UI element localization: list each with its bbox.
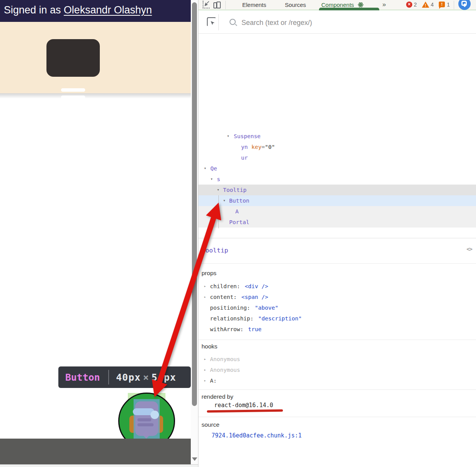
hook-row: ▸ Anonymous <box>198 365 476 375</box>
screenshot-root: Signed in as Oleksandr Olashyn Button 40… <box>0 0 476 467</box>
section-divider <box>198 263 476 264</box>
browser-page: Signed in as Oleksandr Olashyn Button 40… <box>0 0 191 467</box>
tree-row-yn[interactable]: yn key="0" <box>198 142 476 152</box>
hamburger-bar-icon <box>61 103 85 106</box>
tree-row-button-hovered[interactable]: ▾ Button <box>198 195 476 206</box>
section-divider <box>198 389 476 390</box>
components-search-row <box>198 10 476 34</box>
more-tabs-chevron-icon[interactable]: » <box>382 0 385 10</box>
component-name: s <box>217 174 220 185</box>
prop-name: content:<span /> <box>210 292 268 302</box>
toolbar-divider <box>454 1 454 9</box>
tab-elements[interactable]: Elements <box>242 0 266 10</box>
prop-row: ▸ children:<div /> <box>198 281 476 292</box>
tree-row-a[interactable]: A <box>198 206 476 217</box>
toolbar-divider <box>225 1 226 9</box>
component-name: Tooltip <box>223 185 246 195</box>
caret-right-icon[interactable]: ▸ <box>204 375 206 386</box>
component-name: Button <box>229 195 249 206</box>
equals-sign: = <box>261 144 265 150</box>
caret-down-icon[interactable]: ▾ <box>217 185 220 195</box>
prop-value: true <box>248 326 261 332</box>
inspect-size-tooltip: Button 40px×54px <box>58 366 191 388</box>
hook-row: ▸ A: <box>198 375 476 386</box>
tree-row-portal[interactable]: Portal <box>198 217 476 228</box>
error-count[interactable]: 2 <box>414 0 417 10</box>
issues-count[interactable]: 1 <box>447 0 450 10</box>
active-tab-underline <box>319 8 379 10</box>
user-name-link[interactable]: Oleksandr Olashyn <box>64 4 152 16</box>
tree-row-suspense[interactable]: ▾ Suspense <box>198 131 476 142</box>
warning-count[interactable]: 4 <box>431 0 434 10</box>
caret-down-icon[interactable]: ▾ <box>227 131 230 142</box>
tree-indent-guide <box>218 195 219 228</box>
caret-right-icon[interactable]: ▸ <box>204 292 206 302</box>
page-bottom-strip <box>0 464 198 467</box>
tooltip-dimensions: 40px×54px <box>116 372 176 383</box>
tree-row-tooltip-selected[interactable]: ▾ Tooltip <box>198 185 476 195</box>
hook-name: A: <box>210 375 217 386</box>
rendered-by-label: rendered by <box>202 393 233 400</box>
component-name: Qe <box>210 163 217 174</box>
prop-value: "description" <box>258 315 302 322</box>
source-file-link[interactable]: 7924.16ed0acfee.chunk.js:1 <box>212 432 302 439</box>
component-name: ur <box>241 152 248 163</box>
page-vertical-scrollbar[interactable] <box>191 0 198 467</box>
component-name: yn <box>241 142 248 152</box>
chat-pencil-dot <box>150 411 159 419</box>
search-input[interactable] <box>241 16 457 30</box>
tab-sources[interactable]: Sources <box>285 0 306 10</box>
tree-row-qe[interactable]: ▾ Qe <box>198 163 476 174</box>
component-name: Portal <box>229 217 249 228</box>
prop-row: ▸ content:<span /> <box>198 292 476 302</box>
prop-name: relationship:"description" <box>210 313 302 324</box>
issues-badge-icon[interactable]: ! <box>439 2 445 7</box>
caret-down-icon[interactable]: ▾ <box>204 163 207 174</box>
prop-row: relationship:"description" <box>198 313 476 324</box>
scrollbar-down-arrow-icon[interactable] <box>192 457 197 461</box>
caret-right-icon[interactable]: ▸ <box>204 281 206 292</box>
hamburger-menu-button[interactable] <box>46 39 100 77</box>
tooltip-width: 40px <box>116 372 140 383</box>
tooltip-component-name: Button <box>65 372 100 383</box>
caret-down-icon[interactable]: ▾ <box>210 174 213 185</box>
caret-right-icon[interactable]: ▸ <box>204 365 206 375</box>
hook-row: ▸ Anonymous <box>198 354 476 365</box>
hook-name: Anonymous <box>210 354 240 365</box>
scrollbar-thumb[interactable] <box>192 2 197 406</box>
device-toolbar-icon[interactable] <box>213 1 221 9</box>
error-badge-icon[interactable]: × <box>406 2 412 8</box>
key-attr: key <box>251 144 261 150</box>
prop-value: <div /> <box>245 283 268 289</box>
tree-row-ur[interactable]: ur <box>198 152 476 163</box>
search-icon <box>230 19 236 25</box>
select-component-icon[interactable] <box>207 17 216 26</box>
warning-badge-icon[interactable]: ! <box>422 2 429 8</box>
component-tree: ▾ Suspense yn key="0" ur ▾ Qe ▾ s ▾ Tool… <box>198 34 476 229</box>
devtools-toolbar: Elements Sources Components » × 2 ! 4 ! … <box>198 0 476 10</box>
prop-value: <span /> <box>241 294 268 300</box>
times-icon: × <box>141 372 152 383</box>
search-divider <box>218 14 219 30</box>
react-atom-icon <box>358 2 364 8</box>
component-name: A <box>235 206 239 217</box>
hamburger-bar-icon <box>61 88 85 92</box>
prop-name: positioning:"above" <box>210 302 278 313</box>
inspect-element-icon[interactable] <box>203 1 210 8</box>
prop-name: children:<div /> <box>210 281 268 292</box>
signed-in-banner: Signed in as Oleksandr Olashyn <box>0 0 191 22</box>
caret-down-icon[interactable]: ▾ <box>223 195 226 206</box>
tree-row-s[interactable]: ▾ s <box>198 174 476 185</box>
tooltip-height: 54px <box>152 372 176 383</box>
tab-components-label: Components <box>321 2 354 8</box>
component-name: Suspense <box>234 131 261 142</box>
prop-row: positioning:"above" <box>198 302 476 313</box>
view-source-icon[interactable]: <> <box>466 246 472 252</box>
key-value: "0" <box>265 144 275 150</box>
signed-in-prefix: Signed in as <box>4 4 64 16</box>
hero-shadow <box>0 93 191 99</box>
hooks-section-label: hooks <box>202 343 217 350</box>
prop-value: "above" <box>255 305 278 311</box>
extension-icon[interactable] <box>458 0 471 10</box>
caret-right-icon[interactable]: ▸ <box>204 354 206 365</box>
